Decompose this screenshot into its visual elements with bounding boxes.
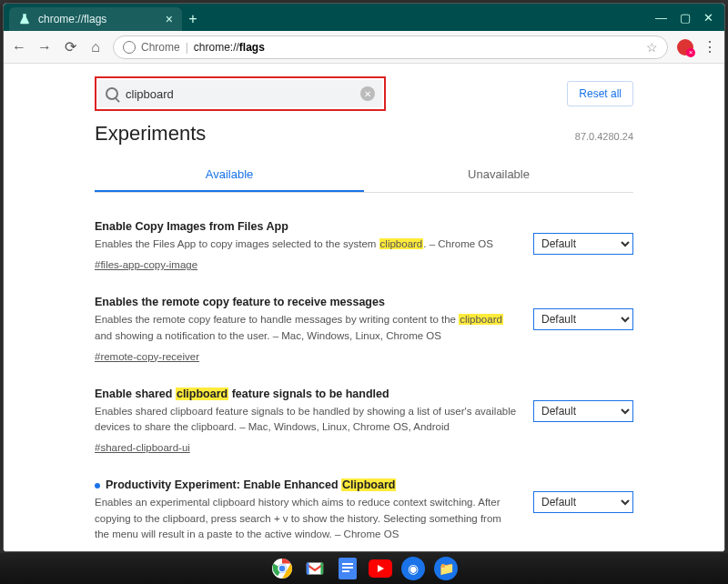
gmail-app-icon[interactable] [303, 557, 327, 580]
drive-app-icon[interactable]: ◉ [401, 557, 425, 580]
tab-unavailable[interactable]: Unavailable [364, 158, 633, 192]
page-header: Experiments 87.0.4280.24 [4, 118, 724, 146]
flag-item: Enable Copy Images from Files App Enable… [95, 209, 633, 285]
home-button[interactable]: ⌂ [87, 39, 104, 55]
menu-button[interactable]: ⋮ [703, 38, 717, 55]
reset-all-button[interactable]: Reset all [567, 81, 633, 106]
new-tab-button[interactable]: + [182, 7, 204, 31]
flag-dropdown[interactable]: Default [533, 491, 633, 513]
browser-toolbar: ← → ⟳ ⌂ Chrome | chrome://flags ☆ ⋮ [4, 31, 724, 64]
flag-description: Enables an experimental clipboard histor… [95, 495, 519, 542]
modified-indicator-icon [95, 483, 100, 488]
page-content: ✕ Reset all Experiments 87.0.4280.24 Ava… [4, 64, 724, 551]
flag-hash-link[interactable]: #shared-clipboard-ui [95, 442, 190, 453]
forward-button[interactable]: → [36, 39, 53, 55]
flask-icon [18, 13, 31, 25]
search-icon [106, 87, 118, 100]
tab-available[interactable]: Available [95, 158, 364, 192]
site-info-icon[interactable] [123, 41, 136, 54]
version-label: 87.0.4280.24 [575, 131, 633, 142]
url-path: chrome://flags [194, 41, 265, 54]
flag-item: Enable shared clipboard feature signals … [95, 377, 633, 468]
svg-rect-5 [320, 563, 323, 575]
maximize-icon[interactable]: ▢ [680, 11, 691, 25]
window-controls: — ▢ ✕ [655, 4, 724, 31]
close-window-icon[interactable]: ✕ [703, 11, 713, 25]
chromeos-shelf: ◉ 📁 [0, 553, 728, 584]
page-title: Experiments [95, 122, 206, 146]
flag-hash-link[interactable]: #files-app-copy-image [95, 259, 197, 270]
svg-rect-8 [342, 567, 353, 569]
svg-rect-9 [342, 570, 349, 572]
url-origin: Chrome [141, 41, 180, 54]
docs-app-icon[interactable] [336, 557, 359, 580]
bookmark-star-icon[interactable]: ☆ [646, 40, 658, 55]
tab-title: chrome://flags [38, 13, 158, 25]
flags-list: Enable Copy Images from Files App Enable… [4, 193, 724, 551]
flag-item: Productivity Experiment: Enable Enhanced… [95, 468, 633, 551]
search-row: ✕ Reset all [4, 64, 724, 118]
flag-title: Enable shared clipboard feature signals … [95, 388, 519, 400]
svg-rect-7 [342, 563, 353, 565]
flag-description: Enables the remote copy feature to handl… [95, 312, 519, 344]
search-box: ✕ [98, 80, 382, 107]
minimize-icon[interactable]: — [655, 11, 667, 25]
flag-hash-link[interactable]: #remote-copy-receiver [95, 351, 199, 362]
experiment-tabs: Available Unavailable [95, 158, 633, 193]
reload-button[interactable]: ⟳ [62, 39, 78, 55]
svg-point-2 [278, 565, 286, 572]
address-bar[interactable]: Chrome | chrome://flags ☆ [113, 35, 668, 59]
svg-rect-3 [307, 563, 323, 575]
flag-dropdown[interactable]: Default [533, 308, 633, 330]
clear-search-icon[interactable]: ✕ [360, 86, 375, 101]
back-button[interactable]: ← [11, 39, 27, 55]
flag-hash-link[interactable]: #enhanced_clipboard [95, 549, 195, 551]
flag-dropdown[interactable]: Default [533, 233, 633, 255]
files-app-icon[interactable]: 📁 [434, 557, 458, 580]
browser-window: chrome://flags × + — ▢ ✕ ← → ⟳ ⌂ Chrome … [3, 3, 725, 552]
flag-item: Enables the remote copy feature to recei… [95, 285, 633, 377]
flag-description: Enables the Files App to copy images sel… [95, 237, 519, 252]
flag-title: Productivity Experiment: Enable Enhanced… [95, 478, 519, 491]
browser-tab[interactable]: chrome://flags × [9, 7, 182, 31]
flag-title: Enable Copy Images from Files App [95, 220, 519, 233]
flag-dropdown[interactable]: Default [533, 400, 633, 422]
titlebar: chrome://flags × + — ▢ ✕ [4, 4, 724, 31]
flag-description: Enables shared clipboard feature signals… [95, 404, 519, 436]
youtube-app-icon[interactable] [369, 557, 392, 580]
close-tab-icon[interactable]: × [166, 12, 173, 26]
search-box-highlight: ✕ [95, 76, 386, 111]
chrome-app-icon[interactable] [270, 557, 294, 580]
flag-title: Enables the remote copy feature to recei… [95, 296, 519, 308]
watermark: www.deuaq.com [651, 542, 723, 551]
extension-icon[interactable] [677, 39, 693, 55]
svg-rect-4 [307, 563, 309, 575]
search-input[interactable] [126, 87, 353, 101]
